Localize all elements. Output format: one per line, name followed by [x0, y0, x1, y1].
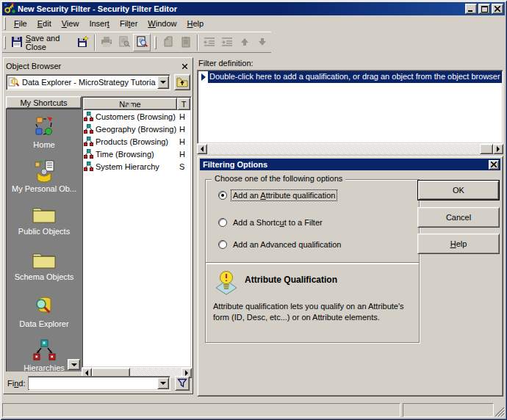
object-source-dropdown[interactable]: Data Explorer - MicroStrategy Tutoria — [6, 74, 170, 90]
dialog-close-button[interactable] — [489, 160, 499, 170]
view-filter-button[interactable] — [133, 34, 151, 51]
object-browser-close-icon[interactable] — [179, 61, 190, 71]
outdent-button[interactable] — [201, 34, 218, 51]
list-item-customers[interactable]: Customers (Browsing) H — [83, 110, 190, 123]
shortcut-data-explorer[interactable]: Data Explorer — [7, 294, 82, 328]
menu-filter[interactable]: Filter — [115, 17, 143, 30]
object-browser-title: Object Browser — [6, 62, 179, 70]
filter-horizontal-scrollbar[interactable] — [197, 144, 503, 154]
find-input[interactable] — [29, 377, 157, 389]
column-header-type[interactable]: T — [177, 98, 190, 110]
qualification-prompt-row[interactable]: Double-click here to add a qualification… — [198, 71, 502, 83]
status-panel-secondary — [403, 403, 494, 417]
list-item-time[interactable]: Time (Browsing) H — [83, 148, 190, 160]
print-preview-button[interactable] — [115, 34, 133, 51]
print-button[interactable] — [98, 34, 115, 51]
save-and-close-label: Save and Close — [26, 34, 72, 51]
hierarchy-list: Name T Customers (Browsing) H Geography … — [82, 96, 192, 368]
dialog-title-bar: Filtering Options — [200, 159, 500, 170]
find-label: Find: — [7, 379, 25, 388]
qualification-prompt: Double-click here to add a qualification… — [208, 71, 502, 83]
shortcut-public-objects[interactable]: Public Objects — [7, 205, 82, 236]
title-bar: New Security Filter - Security Filter Ed… — [2, 2, 505, 15]
window-title: New Security Filter - Security Filter Ed… — [18, 4, 464, 13]
dialog-title: Filtering Options — [201, 160, 489, 169]
up-one-level-button[interactable] — [174, 74, 190, 90]
move-down-icon — [257, 37, 267, 48]
radio-icon[interactable] — [218, 218, 227, 227]
status-bar — [2, 401, 505, 417]
list-item-products[interactable]: Products (Browsing) H — [83, 135, 190, 148]
qualification-info-box: Attribute Qualification Attribute qualif… — [205, 262, 420, 343]
radio-shortcut-to-filter[interactable]: Add a Shortcut to a Filter — [218, 217, 324, 228]
menu-insert[interactable]: Insert — [84, 17, 115, 30]
dropdown-arrow-icon[interactable] — [157, 76, 169, 89]
paste-qualification-button[interactable] — [159, 34, 177, 51]
shortcut-list: Home My Personal Ob... — [6, 109, 82, 372]
paste-qualification-icon — [162, 36, 174, 49]
radio-attribute-qualification[interactable]: Add an Attribute qualification — [218, 190, 337, 200]
shortcut-schema-objects[interactable]: Schema Objects — [7, 250, 82, 281]
filter-definition-area[interactable]: Double-click here to add a qualification… — [197, 70, 503, 144]
shortcut-home[interactable]: Home — [7, 115, 82, 149]
save-and-close-button[interactable]: Save and Close — [9, 34, 74, 51]
menu-bar: File Edit View Insert Filter Window Help — [2, 15, 505, 32]
menu-view[interactable]: View — [57, 17, 84, 30]
info-title: Attribute Qualification — [245, 275, 337, 285]
radio-advanced-label: Add an Advanced qualification — [231, 239, 342, 250]
radio-shortcut-label: Add a Shortcut to a Filter — [231, 217, 324, 228]
options-group-label: Choose one of the following options — [212, 174, 345, 183]
menu-file[interactable]: File — [9, 17, 32, 30]
move-up-button[interactable] — [236, 34, 254, 51]
ok-button[interactable]: OK — [417, 180, 500, 200]
list-item-geography[interactable]: Geography (Browsing) H — [83, 123, 190, 135]
toolbar-grip-2[interactable] — [154, 36, 157, 49]
find-filter-button[interactable] — [175, 376, 190, 391]
radio-advanced-qualification[interactable]: Add an Advanced qualification — [218, 239, 342, 250]
save-as-icon — [77, 36, 89, 49]
print-icon — [101, 36, 112, 49]
column-header-name[interactable]: Name — [83, 98, 177, 110]
object-browser-panel: Object Browser Data Explorer - MicroStra… — [3, 57, 193, 394]
sort-ascending-icon — [126, 102, 134, 107]
toolbar-grip[interactable] — [4, 36, 6, 49]
find-combobox[interactable] — [28, 376, 170, 391]
minimize-button[interactable] — [465, 4, 477, 14]
save-as-button[interactable] — [74, 34, 92, 51]
paste-filter-icon — [180, 36, 192, 49]
tip-lightbulb-icon — [215, 270, 238, 297]
list-item-system-hierarchy[interactable]: System Hierarchy S — [83, 160, 190, 173]
menu-help[interactable]: Help — [182, 17, 209, 30]
funnel-icon — [177, 378, 187, 389]
scroll-right-icon[interactable] — [493, 144, 503, 154]
shortcut-my-personal-objects[interactable]: My Personal Ob... — [7, 159, 82, 193]
search-doc-icon — [8, 76, 19, 89]
object-source-value: Data Explorer - MicroStrategy Tutoria — [21, 78, 157, 87]
radio-icon[interactable] — [218, 240, 227, 249]
scroll-thumb[interactable] — [480, 144, 493, 154]
filter-definition-label: Filter definition: — [198, 59, 254, 68]
menubar-grip[interactable] — [4, 17, 6, 30]
menu-edit[interactable]: Edit — [32, 17, 57, 30]
security-filter-key-icon — [4, 2, 15, 15]
menu-window[interactable]: Window — [143, 17, 181, 30]
resize-grip[interactable] — [495, 408, 505, 417]
toolbar-separator — [94, 35, 96, 51]
shortcut-scroll-down-button[interactable] — [68, 359, 80, 370]
shortcut-bar: My Shortcuts Home — [6, 96, 82, 372]
filtering-options-dialog: Filtering Options Choose one of the foll… — [197, 156, 503, 397]
cancel-button[interactable]: Cancel — [417, 207, 500, 228]
find-dropdown-arrow-icon[interactable] — [157, 377, 169, 389]
options-group: Choose one of the following options Add … — [205, 179, 420, 264]
outdent-icon — [204, 36, 215, 49]
help-button[interactable]: Help — [417, 233, 500, 254]
maximize-button[interactable] — [478, 4, 490, 14]
toolbar: Save and Close — [2, 32, 271, 53]
close-button[interactable] — [492, 4, 503, 14]
indent-button[interactable] — [218, 34, 236, 51]
scroll-left-icon[interactable] — [197, 144, 207, 154]
radio-selected-icon[interactable] — [218, 191, 227, 200]
paste-filter-button[interactable] — [177, 34, 195, 51]
my-shortcuts-header[interactable]: My Shortcuts — [6, 96, 82, 109]
move-down-button[interactable] — [254, 34, 271, 51]
